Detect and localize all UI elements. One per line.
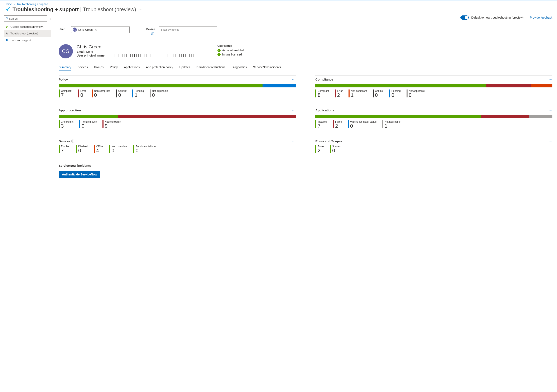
card-menu-button[interactable]: ··· bbox=[292, 78, 296, 81]
stat-value: 8 bbox=[318, 92, 329, 98]
stat-value: 4 bbox=[96, 148, 103, 153]
sidebar-search-input[interactable] bbox=[8, 17, 45, 20]
nav-item-label: Troubleshoot (preview) bbox=[10, 32, 38, 35]
stat-value: 9 bbox=[105, 123, 121, 129]
card-title: Policy bbox=[59, 78, 68, 81]
status-bar bbox=[315, 115, 552, 118]
card-title: Devicesi bbox=[59, 139, 74, 143]
stat-enrollment-failures: Enrollment failures0 bbox=[133, 145, 156, 153]
info-icon[interactable]: i bbox=[71, 139, 74, 142]
stat-value: 0 bbox=[409, 92, 425, 98]
card-menu-button[interactable]: ··· bbox=[549, 78, 552, 81]
stat-label: Not applicable bbox=[385, 120, 401, 123]
device-filter-label: Device bbox=[146, 26, 159, 31]
user-email: None bbox=[86, 50, 93, 53]
user-display-name: Chris Green bbox=[77, 44, 195, 50]
tab-enrollment-restrictions[interactable]: Enrollment restrictions bbox=[197, 64, 226, 71]
card-menu-button[interactable]: ··· bbox=[292, 108, 296, 112]
card-menu-button[interactable]: ··· bbox=[549, 108, 552, 112]
card-title: Compliance bbox=[315, 78, 333, 81]
stat-value: 0 bbox=[152, 92, 168, 98]
tab-groups[interactable]: Groups bbox=[94, 64, 104, 71]
stat-pending-sync: Pending sync0 bbox=[79, 120, 97, 129]
stat-pending: Pending1 bbox=[132, 90, 144, 98]
stat-value: 1 bbox=[135, 92, 144, 98]
authenticate-servicenow-button[interactable]: Authenticate ServiceNow bbox=[59, 171, 100, 178]
stat-label: Compliant bbox=[318, 90, 329, 92]
tab-app-protection-policy[interactable]: App protection policy bbox=[146, 64, 173, 71]
stat-label: Not checked in bbox=[105, 120, 121, 123]
nav-help-support[interactable]: Help and support bbox=[4, 37, 51, 43]
top-bar: Default to new troubleshooting (preview)… bbox=[59, 15, 552, 20]
user-chip-remove[interactable]: ✕ bbox=[95, 28, 97, 31]
tab-diagnostics[interactable]: Diagnostics bbox=[232, 64, 247, 71]
svg-point-0 bbox=[6, 17, 8, 19]
stat-value: 0 bbox=[78, 148, 88, 153]
stat-label: Pending bbox=[392, 90, 401, 92]
stat-label: Installed bbox=[318, 120, 327, 123]
support-icon bbox=[5, 38, 9, 42]
device-filter-field[interactable] bbox=[161, 26, 215, 33]
tab-policy[interactable]: Policy bbox=[110, 64, 118, 71]
nav-troubleshoot[interactable]: Troubleshoot (preview) bbox=[4, 30, 51, 37]
tab-servicenow-incidents[interactable]: ServiceNow incidents bbox=[253, 64, 281, 71]
search-icon bbox=[6, 17, 8, 20]
provide-feedback-link[interactable]: Provide feedback bbox=[530, 16, 552, 19]
tab-applications[interactable]: Applications bbox=[124, 64, 140, 71]
stat-checked-in: Checked in3 bbox=[59, 120, 74, 129]
stat-error: Error0 bbox=[78, 90, 86, 98]
stat-label: Compliant bbox=[61, 90, 72, 92]
stat-value: 2 bbox=[335, 123, 342, 129]
card-title: Roles and Scopes bbox=[315, 139, 342, 143]
stat-value: 0 bbox=[94, 92, 110, 98]
user-chip: CG Chris Green ✕ bbox=[73, 28, 97, 32]
user-filter-label: User bbox=[59, 26, 71, 31]
user-avatar: CG bbox=[59, 44, 73, 58]
stat-label: Failed bbox=[335, 120, 342, 123]
stat-value: 0 bbox=[136, 148, 156, 153]
stat-label: Conflict bbox=[375, 90, 383, 92]
stat-enrolled: Enrolled7 bbox=[59, 145, 70, 153]
stats-row: Compliant8Error2Non compliant1Conflict0P… bbox=[315, 90, 552, 99]
sidebar-search[interactable] bbox=[4, 16, 47, 22]
title-bar: Troubleshooting + support | Troubleshoot… bbox=[0, 7, 557, 15]
status-bar bbox=[59, 84, 296, 87]
default-troubleshooting-toggle[interactable] bbox=[460, 16, 469, 20]
stat-non-compliant: Non compliant0 bbox=[109, 145, 128, 153]
check-icon: ✓ bbox=[217, 49, 221, 52]
stat-label: Enrolled bbox=[61, 145, 70, 148]
stat-value: 2 bbox=[337, 92, 343, 98]
tab-updates[interactable]: Updates bbox=[179, 64, 190, 71]
tab-summary[interactable]: Summary bbox=[59, 64, 71, 71]
stat-label: Pending sync bbox=[82, 120, 97, 123]
device-info-icon[interactable]: ⓘ bbox=[146, 32, 159, 36]
servicenow-title: ServiceNow incidents bbox=[59, 164, 552, 167]
user-filter-input[interactable]: CG Chris Green ✕ bbox=[71, 26, 130, 33]
nav-guided-scenarios[interactable]: Guided scenarios (preview) bbox=[4, 23, 51, 30]
svg-point-2 bbox=[6, 39, 8, 40]
collapse-sidebar-button[interactable]: « bbox=[49, 17, 51, 20]
stat-disabled: Disabled0 bbox=[76, 145, 88, 153]
status-bar bbox=[59, 115, 296, 118]
breadcrumb-home[interactable]: Home bbox=[5, 2, 12, 6]
stats-row: Roles2Scopes0 bbox=[315, 145, 552, 155]
card-compliance: Compliance···Compliant8Error2Non complia… bbox=[315, 75, 552, 99]
stats-row: Enrolled7Disabled0Offline4Non compliant0… bbox=[59, 145, 296, 155]
card-roles: Roles and Scopes···Roles2Scopes0 bbox=[315, 137, 552, 155]
stat-installed: Installed7 bbox=[315, 120, 327, 129]
stat-non-compliant: Non compliant0 bbox=[92, 90, 110, 98]
tab-devices[interactable]: Devices bbox=[77, 64, 88, 71]
stat-value: 0 bbox=[332, 148, 341, 153]
card-menu-button[interactable]: ··· bbox=[549, 139, 552, 143]
stat-label: Roles bbox=[318, 145, 324, 148]
title-more-button[interactable]: ··· bbox=[139, 8, 143, 11]
stat-value: 7 bbox=[61, 148, 70, 153]
stat-error: Error2 bbox=[335, 90, 343, 98]
page-title: Troubleshooting + support | Troubleshoot… bbox=[13, 7, 136, 13]
breadcrumb-current[interactable]: Troubleshooting + support bbox=[17, 2, 48, 6]
card-menu-button[interactable]: ··· bbox=[292, 139, 296, 143]
card-title: Applications bbox=[315, 108, 334, 112]
stat-label: Scopes bbox=[332, 145, 341, 148]
device-filter-input[interactable] bbox=[159, 26, 217, 33]
card-appprot: App protection···Checked in3Pending sync… bbox=[59, 106, 296, 130]
